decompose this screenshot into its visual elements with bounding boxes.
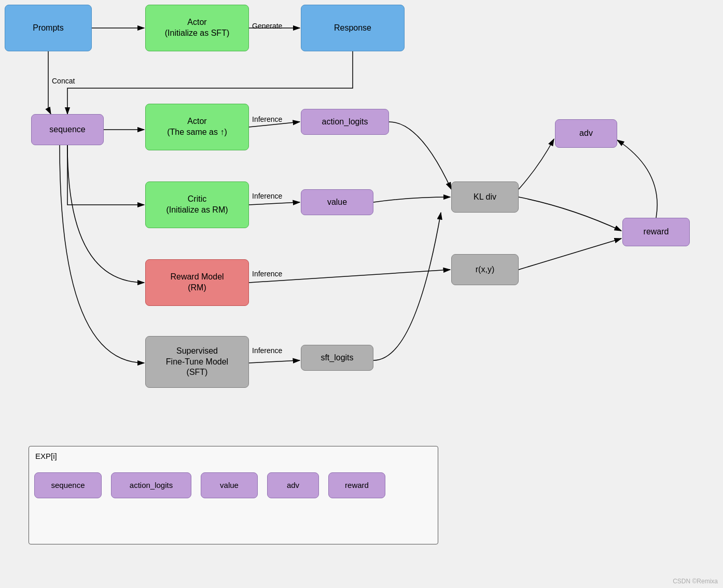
diagram: Prompts Actor(Initialize as SFT) Respons… <box>0 0 723 588</box>
reward-model-node: Reward Model(RM) <box>145 259 249 306</box>
inference-sft-label: Inference <box>252 346 282 355</box>
reward-model-label: Reward Model(RM) <box>170 272 224 293</box>
prompts-label: Prompts <box>33 23 64 34</box>
legend-action-logits: action_logits <box>111 472 191 498</box>
inference-actor-label: Inference <box>252 115 282 123</box>
action-logits-node: action_logits <box>301 109 389 135</box>
value-node: value <box>301 189 373 215</box>
svg-line-7 <box>249 360 300 363</box>
legend-reward: reward <box>328 472 385 498</box>
generate-label: Generate <box>252 22 282 30</box>
value-label: value <box>327 197 347 208</box>
adv-label: adv <box>579 128 593 139</box>
reward-label: reward <box>644 227 669 237</box>
sequence-label: sequence <box>49 124 85 135</box>
legend-title: EXP[i] <box>35 452 57 460</box>
response-label: Response <box>334 23 371 34</box>
response-node: Response <box>301 5 405 51</box>
kl-div-node: KL div <box>451 181 519 213</box>
r-xy-label: r(x,y) <box>476 264 494 275</box>
sft-logits-node: sft_logits <box>301 345 373 371</box>
prompts-node: Prompts <box>5 5 92 51</box>
watermark: CSDN ©Remixa <box>673 578 718 585</box>
legend-box: EXP[i] sequence action_logits value adv … <box>29 446 438 544</box>
actor-top-node: Actor(Initialize as SFT) <box>145 5 249 51</box>
kl-div-label: KL div <box>474 192 496 203</box>
legend-sequence: sequence <box>34 472 102 498</box>
action-logits-label: action_logits <box>322 117 368 128</box>
concat-label: Concat <box>52 77 75 85</box>
actor-top-label: Actor(Initialize as SFT) <box>165 17 229 39</box>
sft-model-node: SupervisedFine-Tune Model(SFT) <box>145 336 249 388</box>
critic-node: Critic(Initialize as RM) <box>145 181 249 228</box>
sft-model-label: SupervisedFine-Tune Model(SFT) <box>166 346 228 378</box>
legend-adv: adv <box>267 472 319 498</box>
inference-critic-label: Inference <box>252 192 282 200</box>
actor-mid-label: Actor(The same as ↑) <box>167 116 227 138</box>
reward-node: reward <box>622 218 690 246</box>
sequence-node: sequence <box>31 114 104 145</box>
actor-mid-node: Actor(The same as ↑) <box>145 104 249 150</box>
r-xy-node: r(x,y) <box>451 254 519 285</box>
legend-value: value <box>201 472 258 498</box>
adv-node: adv <box>555 119 617 148</box>
svg-line-5 <box>249 202 300 205</box>
sft-logits-label: sft_logits <box>321 353 353 363</box>
critic-label: Critic(Initialize as RM) <box>166 194 228 216</box>
inference-rm-label: Inference <box>252 270 282 278</box>
